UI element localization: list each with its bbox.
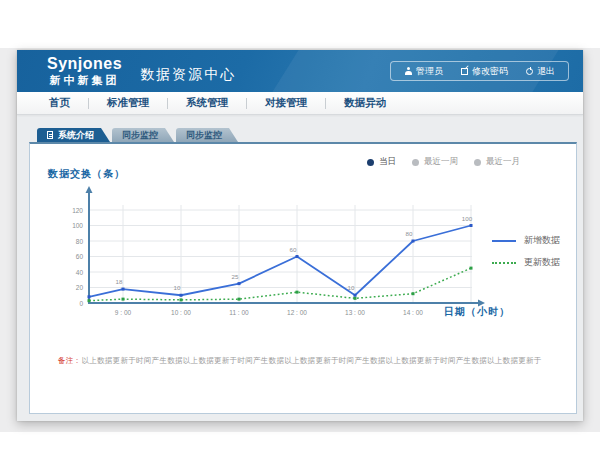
x-axis-title: 日期（小时） <box>444 305 510 319</box>
nav-item-2[interactable]: 标准管理 <box>89 96 167 110</box>
data-point-label: 18 <box>116 278 123 285</box>
range-option-label: 最近一周 <box>424 156 458 168</box>
user-toolbar: 管理员修改密码退出 <box>390 61 569 81</box>
y-tick-label: 60 <box>76 253 84 260</box>
tab-label: 同步监控 <box>122 129 158 142</box>
radio-icon <box>474 159 481 166</box>
nav-item-1[interactable]: 首页 <box>31 96 88 110</box>
user-toolbar-label: 管理员 <box>416 65 443 78</box>
user-toolbar-label: 修改密码 <box>472 65 508 78</box>
y-axis-arrow <box>86 186 93 193</box>
tab-1[interactable]: 系统介绍 <box>37 128 110 142</box>
user-toolbar-item[interactable]: 退出 <box>517 65 564 78</box>
data-point <box>238 298 241 301</box>
data-point <box>296 255 299 258</box>
data-point <box>412 240 415 243</box>
tab-3[interactable]: 同步监控 <box>176 128 238 142</box>
app-window: Synjones 新中新集团 数据资源中心 管理员修改密码退出 首页标准管理系统… <box>17 50 583 421</box>
radio-icon <box>412 159 419 166</box>
nav-item-5[interactable]: 数据异动 <box>326 96 404 110</box>
x-tick-label: 11 : 00 <box>229 309 249 316</box>
data-point <box>296 291 299 294</box>
range-option-3[interactable]: 最近一月 <box>474 156 520 168</box>
brand-logo: Synjones 新中新集团 <box>47 56 122 86</box>
user-toolbar-item[interactable]: 管理员 <box>395 65 452 78</box>
data-point <box>180 294 183 297</box>
data-point-label: 60 <box>290 246 297 253</box>
footer-note-text: 以上数据更新于时间产生数据以上数据更新于时间产生数据以上数据更新于时间产生数据以… <box>81 356 541 365</box>
radio-icon <box>367 159 374 166</box>
legend-item: 更新数据 <box>492 256 560 269</box>
data-point-label: 10 <box>174 284 181 291</box>
logout-icon <box>526 68 533 75</box>
app-header: Synjones 新中新集团 数据资源中心 管理员修改密码退出 <box>17 50 583 92</box>
data-point <box>470 267 473 270</box>
legend-item: 新增数据 <box>492 234 560 247</box>
range-option-2[interactable]: 最近一周 <box>412 156 458 168</box>
user-icon <box>404 67 412 75</box>
nav-item-3[interactable]: 系统管理 <box>168 96 246 110</box>
data-point <box>238 282 241 285</box>
footer-note: 备注：以上数据更新于时间产生数据以上数据更新于时间产生数据以上数据更新于时间产生… <box>58 356 556 367</box>
document-icon <box>47 131 53 139</box>
x-tick-label: 9 : 00 <box>115 309 132 316</box>
tab-label: 同步监控 <box>186 129 222 142</box>
chart-legend: 新增数据更新数据 <box>492 234 560 278</box>
y-axis-title: 数据交换（条） <box>48 167 125 181</box>
y-tick-label: 20 <box>76 284 84 291</box>
series-line-新增数据 <box>89 226 471 297</box>
legend-label: 更新数据 <box>524 256 560 269</box>
data-point <box>354 297 357 300</box>
y-tick-label: 80 <box>76 238 84 245</box>
x-tick-label: 10 : 00 <box>171 309 191 316</box>
edit-icon <box>461 68 468 75</box>
y-tick-label: 40 <box>76 269 84 276</box>
series-line-更新数据 <box>89 268 471 301</box>
range-filter: 当日最近一周最近一月 <box>367 156 520 168</box>
data-point <box>470 224 473 227</box>
data-point <box>122 298 125 301</box>
content-card: 当日最近一周最近一月 数据交换（条） 0204060801001209 : 00… <box>29 142 577 414</box>
data-point <box>412 292 415 295</box>
legend-line-sample <box>492 240 516 242</box>
data-point <box>88 295 91 298</box>
brand-logo-cn: 新中新集团 <box>47 75 122 86</box>
content-area: 系统介绍同步监控同步监控 当日最近一周最近一月 数据交换（条） 02040608… <box>17 128 583 414</box>
x-tick-label: 13 : 00 <box>345 309 365 316</box>
legend-label: 新增数据 <box>524 234 560 247</box>
range-option-label: 当日 <box>379 156 396 168</box>
data-point <box>88 299 91 302</box>
x-tick-label: 14 : 00 <box>403 309 423 316</box>
user-toolbar-item[interactable]: 修改密码 <box>452 65 517 78</box>
y-tick-label: 100 <box>72 222 83 229</box>
y-tick-label: 120 <box>72 207 83 214</box>
footer-note-prefix: 备注： <box>58 356 81 365</box>
tab-bar: 系统介绍同步监控同步监控 <box>37 128 583 142</box>
y-tick-label: 0 <box>79 300 83 307</box>
tab-2[interactable]: 同步监控 <box>112 128 174 142</box>
data-point-label: 80 <box>406 230 413 237</box>
data-point-label: 25 <box>232 273 239 280</box>
range-option-label: 最近一月 <box>486 156 520 168</box>
x-tick-label: 12 : 00 <box>287 309 307 316</box>
data-point-label: 100 <box>462 215 473 222</box>
data-point <box>122 288 125 291</box>
tab-label: 系统介绍 <box>58 129 94 142</box>
main-nav: 首页标准管理系统管理对接管理数据异动 <box>17 92 583 115</box>
brand-logo-en: Synjones <box>47 56 122 72</box>
line-chart: 0204060801001209 : 0010 : 0011 : 0012 : … <box>38 180 498 326</box>
range-option-1[interactable]: 当日 <box>367 156 396 168</box>
app-title: 数据资源中心 <box>140 66 236 84</box>
data-point <box>354 294 357 297</box>
user-toolbar-label: 退出 <box>537 65 555 78</box>
nav-item-4[interactable]: 对接管理 <box>247 96 325 110</box>
data-point-label: 10 <box>348 284 355 291</box>
data-point <box>180 298 183 301</box>
legend-line-sample <box>492 262 516 264</box>
